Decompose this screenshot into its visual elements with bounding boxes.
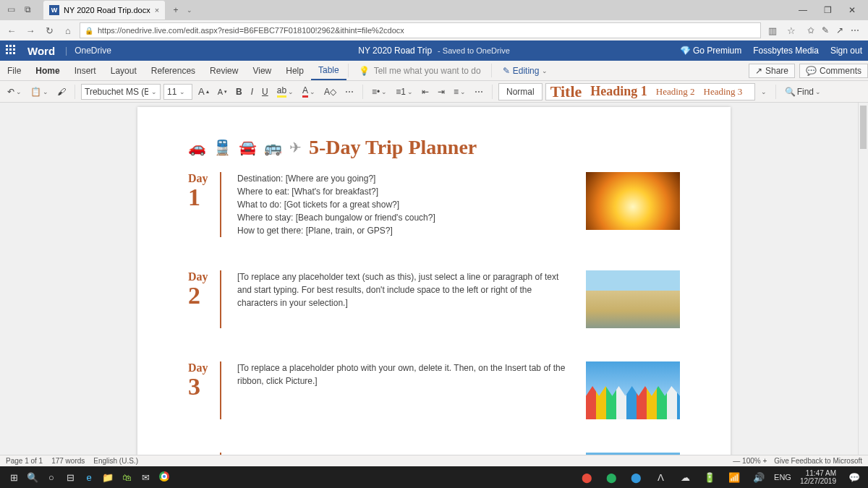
numbering-button[interactable]: ≡1⌄ [393,85,416,98]
paste-button[interactable]: 📋⌄ [27,85,51,98]
more-icon[interactable]: ⋯ [851,25,859,35]
share-icon[interactable]: ↗ [836,25,843,35]
home-button[interactable]: ⌂ [61,25,75,36]
clock[interactable]: 11:47 AM 12/27/2019 [797,469,839,485]
sign-out-link[interactable]: Sign out [830,46,862,56]
editing-mode-dropdown[interactable]: ✎ Editing ⌄ [498,61,553,80]
tell-me-search[interactable]: 💡 Tell me what you want to do [350,61,490,80]
favorite-icon[interactable]: ☆ [784,25,799,36]
minimize-button[interactable]: — [794,5,812,15]
italic-button[interactable]: I [248,85,256,98]
day-text[interactable]: Destination: [Where are you going?] Wher… [237,172,570,237]
close-window-button[interactable]: ✕ [843,5,861,15]
refresh-button[interactable]: ↻ [42,25,56,36]
onedrive-tray-icon[interactable]: ☁ [676,472,694,483]
notifications-icon[interactable]: 💬 [845,472,864,483]
more-para-button[interactable]: ⋯ [472,85,486,98]
word-count[interactable]: 177 words [51,457,85,465]
tray-icon[interactable]: ⬤ [577,472,596,483]
reader-icon[interactable]: ▥ [765,25,780,36]
vertical-scrollbar[interactable] [858,103,868,476]
cortana-button[interactable]: ○ [42,472,61,483]
document-title[interactable]: 5-Day Trip Planner [309,136,477,159]
document-canvas[interactable]: 🚗 🚆 🚘 🚌 ✈ 5-Day Trip Planner Day1 Destin… [0,103,868,476]
clear-format-button[interactable]: A◇ [321,85,339,98]
search-button[interactable]: 🔍 [23,472,42,483]
page[interactable]: 🚗 🚆 🚘 🚌 ✈ 5-Day Trip Planner Day1 Destin… [137,107,731,476]
notes-icon[interactable]: ✎ [822,25,829,35]
tab-layout[interactable]: Layout [103,61,144,80]
address-bar[interactable]: 🔒 https://onedrive.live.com/edit.aspx?re… [80,22,761,38]
tab-insert[interactable]: Insert [67,61,103,80]
chrome-icon[interactable] [155,471,174,484]
style-normal[interactable]: Normal [498,83,542,100]
tray-chevron-icon[interactable]: ᐱ [651,472,670,483]
tab-table[interactable]: Table [311,61,346,80]
day-text[interactable]: [To replace a placeholder photo with you… [237,361,570,419]
find-button[interactable]: 🔍 Find ⌄ [782,85,824,98]
outdent-button[interactable]: ⇤ [419,85,432,98]
tab-menu-icon[interactable]: ⌄ [187,7,192,14]
shrink-font-button[interactable]: A▾ [215,86,230,98]
tray-icon[interactable]: ⬤ [602,472,621,483]
document-name[interactable]: NY 2020 Road Trip [358,46,432,56]
day-image[interactable] [586,172,680,230]
font-size-select[interactable]: 11⌄ [163,84,192,100]
edge-icon[interactable]: e [80,472,98,483]
scroll-thumb[interactable] [860,106,867,149]
bold-button[interactable]: B [233,85,245,98]
forward-button[interactable]: → [23,25,38,36]
more-font-button[interactable]: ⋯ [342,85,357,98]
tray-icon[interactable]: ⬤ [626,472,645,483]
day-image[interactable] [586,361,680,419]
start-button[interactable]: ⊞ [4,472,23,483]
underline-button[interactable]: U [259,85,271,98]
comments-button[interactable]: 💬Comments [799,64,868,78]
go-premium-button[interactable]: 💎 Go Premium [680,46,742,56]
feedback-link[interactable]: Give Feedback to Microsoft [774,457,862,465]
day-row[interactable]: Day2 [To replace any placeholder text (s… [188,270,680,328]
style-gallery[interactable]: Title Heading 1 Heading 2 Heading 3 [545,83,755,100]
page-count[interactable]: Page 1 of 1 [6,457,43,465]
tab-help[interactable]: Help [278,61,311,80]
tab-references[interactable]: References [144,61,203,80]
style-gallery-more[interactable]: ⌄ [758,87,770,97]
font-name-select[interactable]: Trebuchet MS (Body)⌄ [81,84,161,100]
onedrive-link[interactable]: OneDrive [75,46,111,56]
tab-home[interactable]: Home [28,61,67,80]
maximize-button[interactable]: ❐ [819,5,836,15]
wifi-icon[interactable]: 📶 [725,472,744,483]
app-launcher-icon[interactable] [6,45,17,56]
format-painter-button[interactable]: 🖌 [54,85,69,98]
grow-font-button[interactable]: A▴ [195,85,212,98]
mail-icon[interactable]: ✉ [136,472,155,483]
tab-view[interactable]: View [245,61,278,80]
explorer-icon[interactable]: 📁 [98,472,117,483]
font-color-button[interactable]: A⌄ [299,84,318,99]
zoom-level[interactable]: — 100% + [733,457,767,465]
share-button[interactable]: ↗Share [749,64,795,78]
language-status[interactable]: English (U.S.) [93,457,138,465]
account-name[interactable]: Fossbytes Media [753,46,819,56]
day-row[interactable]: Day1 Destination: [Where are you going?]… [188,172,680,237]
day-text[interactable]: [To replace any placeholder text (such a… [237,270,570,328]
undo-button[interactable]: ↶⌄ [4,85,25,98]
favorites-bar-icon[interactable]: ✩ [807,25,814,35]
back-button[interactable]: ← [4,25,19,36]
taskview-button[interactable]: ⊟ [61,472,80,483]
day-row[interactable]: Day3 [To replace a placeholder photo wit… [188,361,680,419]
store-icon[interactable]: 🛍 [117,472,136,483]
bullets-button[interactable]: ≡•⌄ [369,85,390,98]
new-tab-button[interactable]: + [168,2,184,18]
tab-review[interactable]: Review [203,61,245,80]
highlight-button[interactable]: ab⌄ [274,84,297,99]
day-image[interactable] [586,270,680,328]
tab-file[interactable]: File [0,61,28,80]
indent-button[interactable]: ⇥ [435,85,448,98]
align-button[interactable]: ≡⌄ [451,85,469,98]
volume-icon[interactable]: 🔊 [749,472,768,483]
input-lang[interactable]: ENG [774,473,791,481]
close-tab-icon[interactable]: × [155,6,159,14]
battery-icon[interactable]: 🔋 [700,472,719,483]
browser-tab[interactable]: W NY 2020 Road Trip.docx × [43,1,165,20]
